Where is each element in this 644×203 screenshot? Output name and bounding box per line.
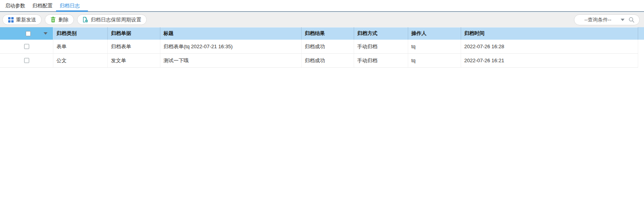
doc-gear-icon [82, 17, 88, 23]
cell-document: 归档表单 [108, 40, 160, 53]
delete-button[interactable]: 删除 [45, 14, 74, 25]
cell-result: 归档成功 [302, 54, 354, 67]
tab-bar: 启动参数 归档配置 归档日志 [0, 0, 644, 12]
table-row[interactable]: 公文发文单测试一下哦归档成功手动归档tq2022-07-26 16:21 [0, 54, 638, 68]
retention-settings-button[interactable]: 归档日志保留周期设置 [77, 14, 147, 25]
toolbar: 重新发送 删除 [0, 12, 644, 27]
resend-button-label: 重新发送 [16, 16, 36, 23]
table-header: 归档类别归档单据标题归档结果归档方式操作人归档时间 [0, 27, 644, 40]
tab-startup-params[interactable]: 启动参数 [2, 0, 29, 11]
retention-settings-button-label: 归档日志保留周期设置 [91, 16, 141, 23]
cell-operator: tq [408, 40, 461, 53]
cell-document: 发文单 [108, 54, 160, 67]
header-scrollbar-gutter [638, 27, 644, 40]
cell-method: 手动归档 [354, 54, 408, 67]
column-header-method: 归档方式 [354, 27, 408, 40]
row-checkbox-cell [0, 40, 53, 53]
row-checkbox[interactable] [24, 58, 29, 63]
cell-title: 归档表单(tq 2022-07-21 16:35) [160, 40, 302, 53]
column-header-title: 标题 [160, 27, 302, 40]
select-all-header-cell [0, 27, 53, 40]
resend-button[interactable]: 重新发送 [2, 14, 42, 25]
column-header-category: 归档类别 [53, 27, 108, 40]
column-header-operator: 操作人 [408, 27, 461, 40]
row-checkbox-cell [0, 54, 53, 67]
column-header-time: 归档时间 [461, 27, 638, 40]
cell-category: 表单 [53, 40, 108, 53]
header-dropdown-icon[interactable] [44, 32, 47, 35]
search-icon[interactable] [628, 17, 635, 23]
cell-method: 手动归档 [354, 40, 408, 53]
trash-icon [50, 17, 56, 23]
cell-time: 2022-07-26 16:28 [461, 40, 638, 53]
tab-archive-config[interactable]: 归档配置 [29, 0, 56, 11]
column-header-document: 归档单据 [108, 27, 160, 40]
table-body: 表单归档表单归档表单(tq 2022-07-21 16:35)归档成功手动归档t… [0, 40, 644, 68]
cell-title: 测试一下哦 [160, 54, 302, 67]
row-checkbox[interactable] [24, 44, 29, 49]
resend-icon [8, 17, 14, 23]
cell-time: 2022-07-26 16:21 [461, 54, 638, 67]
tab-archive-log[interactable]: 归档日志 [56, 0, 83, 11]
delete-button-label: 删除 [58, 16, 68, 23]
table-row[interactable]: 表单归档表单归档表单(tq 2022-07-21 16:35)归档成功手动归档t… [0, 40, 638, 54]
cell-operator: tq [408, 54, 461, 67]
archive-log-page: 启动参数 归档配置 归档日志 重新发送 [0, 0, 644, 203]
cell-category: 公文 [53, 54, 108, 67]
query-condition-dropdown[interactable]: --查询条件-- [574, 14, 640, 25]
column-header-result: 归档结果 [302, 27, 354, 40]
select-all-checkbox[interactable] [26, 31, 31, 36]
chevron-down-icon[interactable] [621, 19, 625, 21]
cell-result: 归档成功 [302, 40, 354, 53]
query-condition-label: --查询条件-- [579, 16, 615, 23]
